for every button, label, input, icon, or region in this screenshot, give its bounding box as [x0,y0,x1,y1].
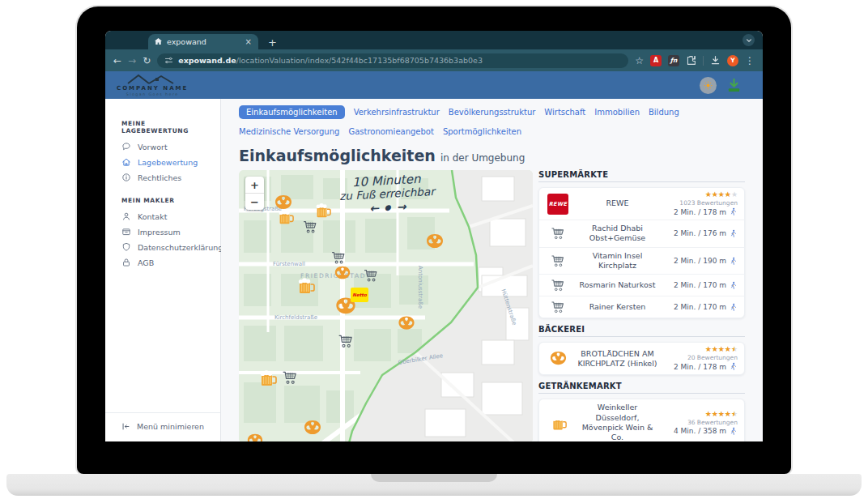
zoom-out-button[interactable]: − [245,194,264,210]
tab-bevölkerungsstruktur[interactable]: Bevölkerungsstruktur [449,105,536,119]
map-street-label: Antoniusstraße [417,266,423,309]
netto-store-logo[interactable]: Netto [351,288,368,302]
sidebar-item-impressum[interactable]: Impressum [121,227,214,237]
distance-text: 2 Min. / 190 m [674,257,726,265]
walking-person-icon [729,257,738,266]
company-slogan: Slogan Goes here [126,93,179,97]
tab-close-icon[interactable]: × [245,38,252,46]
map-street-label: Fürstenwall [273,261,305,267]
poi-row[interactable]: Rosmarin Naturkost2 Min. / 170 m [539,274,744,296]
poi-name: BROTLÄDCHEN AM KIRCHPLATZ (Hinkel) [575,349,660,369]
tab-title: expowand [167,37,240,46]
url-bar[interactable]: expowand.de/locationValuation/index/542f… [157,53,628,68]
distance-text: 2 Min. / 178 m [674,363,726,371]
distance-text: 2 Min. / 176 m [674,229,726,237]
distance: 2 Min. / 170 m [674,303,738,312]
map-marker-cart-icon[interactable] [303,220,318,235]
map-marker-cart-icon[interactable] [338,333,354,349]
tab-wirtschaft[interactable]: Wirtschaft [544,105,585,119]
info-icon [121,173,131,182]
poi-name: Rosmarin Naturkost [575,280,660,290]
browser-menu-icon[interactable]: ⋮ [745,56,755,66]
poi-row[interactable]: Rainer Kersten2 Min. / 170 m [539,296,744,318]
tab-verkehrsinfrastruktur[interactable]: Verkehrsinfrastruktur [354,105,440,119]
cart-icon [544,278,572,292]
forward-button[interactable]: → [128,56,136,66]
tab-immobilien[interactable]: Immobilien [594,105,640,119]
map-marker-pretzel-icon[interactable] [303,418,322,437]
map-marker-beer-icon[interactable] [296,276,315,296]
poi-row[interactable]: Vitamin Insel Kirchplatz2 Min. / 190 m [539,247,744,275]
panel-section: GETRÄNKEMARKTWeinkeller Düsseldorf, Möve… [538,382,745,441]
map-marker-pretzel-icon[interactable] [398,314,416,333]
map-marker-pretzel-icon[interactable] [246,432,264,441]
sidebar-section-title: MEINE LAGEBEWERTUNG [121,120,214,134]
map[interactable]: HerzogstraßeFürstenwallFRIEDRICHSTADTKir… [239,170,533,441]
main-content: EinkaufsmöglichkeitenVerkehrsinfrastrukt… [221,99,763,441]
poi-meta: 2 Min. / 190 m [663,257,738,266]
sidebar-item-kontakt[interactable]: Kontakt [121,211,214,221]
tab-medizinische-versorgung[interactable]: Medizinische Versorgung [239,125,339,139]
star-rating: ★★★★★★★★★★ [705,411,738,418]
poi-row[interactable]: Weinkeller Düsseldorf, Mövenpick Wein & … [539,399,744,441]
star-rating: ★★★★★★★★★★ [705,346,738,353]
sidebar-item-lagebewertung[interactable]: Lagebewertung [121,157,214,167]
poi-meta: 2 Min. / 176 m [663,229,738,238]
user-avatar[interactable] [700,77,717,94]
profile-avatar[interactable]: Y [727,55,738,66]
tab-sportmöglichkeiten[interactable]: Sportmöglichkeiten [443,125,521,139]
extensions-puzzle-icon[interactable] [686,55,696,66]
poi-name: Rainer Kersten [575,302,660,312]
browser-tab[interactable]: expowand × [148,34,258,49]
panel-section: BÄCKEREIBROTLÄDCHEN AM KIRCHPLATZ (Hinke… [538,325,745,375]
sidebar-item-label: AGB [138,258,154,267]
map-marker-beer-icon[interactable] [313,202,331,220]
minimize-menu-button[interactable]: Menü minimieren [121,422,220,431]
sidebar-item-vorwort[interactable]: Vorwort [121,142,214,151]
back-button[interactable]: ← [113,56,121,66]
downloads-button[interactable] [710,55,721,66]
sidebar-item-agb[interactable]: AGB [121,258,214,267]
sidebar-item-datenschutzerkl-rung[interactable]: Datenschutzerklärung [121,242,214,252]
poi-panel: SUPERMÄRKTEREWEREWE★★★★★★★★★★1023 Bewert… [538,170,745,441]
distance: 2 Min. / 178 m [674,362,738,371]
map-marker-cart-icon[interactable] [331,250,347,266]
reload-button[interactable]: ↻ [143,56,151,66]
tab-gastronomieangebot[interactable]: Gastronomieangebot [348,125,434,139]
walking-person-icon [729,281,738,290]
poi-name: REWE [575,198,660,208]
poi-row[interactable]: BROTLÄDCHEN AM KIRCHPLATZ (Hinkel)★★★★★★… [539,343,744,374]
fn-extension-icon[interactable]: ƒn [668,55,679,66]
poi-meta: 2 Min. / 170 m [663,281,738,290]
map-marker-cart-icon[interactable] [282,369,298,386]
new-tab-button[interactable]: + [268,37,277,48]
zoom-in-button[interactable]: + [245,177,264,194]
distance-text: 2 Min. / 170 m [674,303,726,311]
poi-row[interactable]: REWEREWE★★★★★★★★★★1023 Bewertungen2 Min.… [539,188,744,220]
tab-bildung[interactable]: Bildung [649,105,679,119]
map-marker-beer-icon[interactable] [257,369,277,388]
collapse-icon [121,422,130,431]
map-marker-beer-icon[interactable] [276,208,294,226]
laptop-notch [371,474,497,482]
bookmark-star-icon[interactable]: ☆ [635,56,644,66]
download-report-button[interactable] [726,78,742,93]
sidebar-item-rechtliches[interactable]: Rechtliches [121,173,214,182]
tab-search-button[interactable] [742,34,755,46]
sidebar-item-label: Kontakt [138,212,167,221]
poi-row[interactable]: Rachid Dhabi Obst+Gemüse2 Min. / 176 m [539,220,744,247]
map-marker-pretzel-icon[interactable] [425,232,445,251]
person-icon [121,211,131,221]
panel-card: BROTLÄDCHEN AM KIRCHPLATZ (Hinkel)★★★★★★… [538,342,745,375]
map-marker-cart-icon[interactable] [364,268,379,284]
pdf-extension-icon[interactable]: A [650,55,662,66]
map-marker-pretzel-icon[interactable] [334,264,351,282]
app-header: COMPANY NAME Slogan Goes here [105,71,763,99]
cart-icon [544,300,572,314]
distance-text: 4 Min. / 358 m [674,427,726,435]
review-count: 20 Bewertungen [687,354,738,361]
url-text: expowand.de/locationValuation/index/542f… [178,56,483,65]
tab-einkaufsmöglichkeiten[interactable]: Einkaufsmöglichkeiten [239,105,345,119]
pretzel-icon [544,349,572,368]
sun-icon [703,80,713,91]
